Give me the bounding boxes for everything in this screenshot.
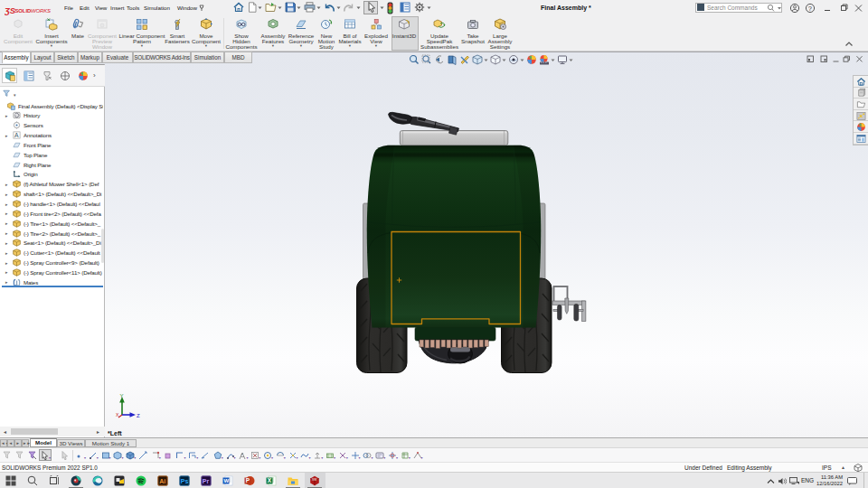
svg-text:?: ? [808,5,812,13]
svg-text:Ps: Ps [181,478,189,484]
svg-text:A: A [14,132,19,138]
svg-text:Y: Y [120,393,124,399]
svg-text:X: X [268,477,272,483]
svg-text:SW: SW [312,478,316,482]
svg-text:Z: Z [137,413,140,418]
svg-text:Ai: Ai [159,478,165,484]
svg-text:Pr: Pr [203,478,210,484]
svg-text:P: P [246,477,250,483]
svg-text:W: W [224,478,230,483]
svg-text:✓: ✓ [241,452,244,456]
